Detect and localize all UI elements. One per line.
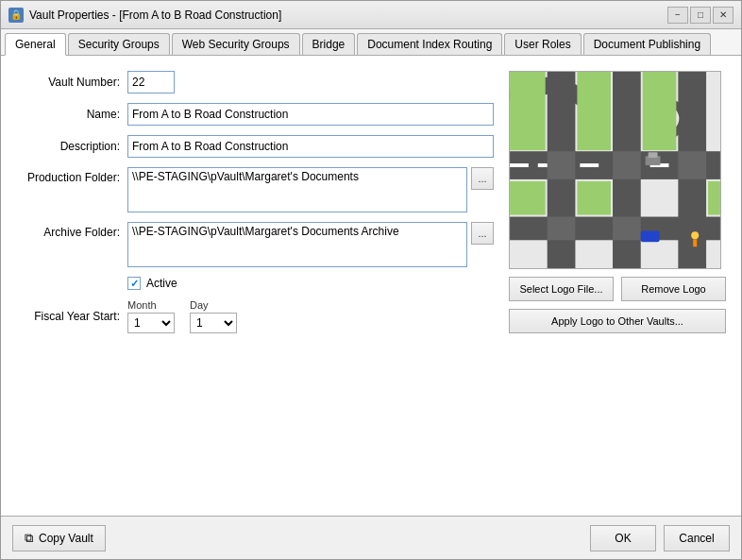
tab-general[interactable]: General (5, 33, 66, 56)
svg-rect-22 (643, 72, 677, 150)
left-panel: Vault Number: Name: Description: Product… (16, 71, 494, 501)
tab-web-security-groups[interactable]: Web Security Groups (172, 33, 300, 55)
svg-point-26 (691, 231, 699, 239)
app-icon: 🔒 (8, 8, 24, 23)
logo-preview (509, 71, 721, 269)
svg-rect-24 (577, 181, 611, 215)
svg-rect-29 (649, 152, 658, 158)
tab-bridge[interactable]: Bridge (302, 33, 356, 55)
fiscal-year-label: Fiscal Year Start: (16, 310, 120, 323)
vault-number-input[interactable] (127, 71, 175, 93)
vault-number-row: Vault Number: (16, 71, 494, 93)
copy-vault-button[interactable]: ⧉ Copy Vault (12, 525, 106, 552)
svg-rect-21 (577, 72, 611, 150)
production-folder-input[interactable]: \\PE-STAGING\pVault\Margaret's Documents (127, 167, 467, 212)
window-title: Vault Properties - [From A to B Road Con… (29, 8, 281, 22)
cancel-button[interactable]: Cancel (664, 525, 730, 552)
right-panel: Select Logo File... Remove Logo Apply Lo… (509, 71, 726, 501)
active-checkbox-wrap[interactable]: Active (127, 277, 177, 290)
svg-rect-13 (548, 151, 576, 179)
active-row: Active (127, 277, 494, 290)
tab-user-roles[interactable]: User Roles (504, 33, 581, 55)
svg-rect-16 (548, 217, 576, 241)
tab-document-publishing[interactable]: Document Publishing (583, 33, 711, 55)
minimize-button[interactable]: − (667, 7, 688, 24)
bottom-bar: ⧉ Copy Vault OK Cancel (1, 516, 741, 559)
maximize-button[interactable]: □ (690, 7, 711, 24)
active-label: Active (146, 277, 177, 290)
description-row: Description: (16, 135, 494, 158)
svg-rect-6 (510, 163, 529, 167)
production-folder-browse-button[interactable]: ... (471, 167, 494, 190)
archive-folder-label: Archive Folder: (16, 222, 120, 239)
day-sublabel: Day (190, 299, 237, 311)
main-window: 🔒 Vault Properties - [From A to B Road C… (0, 0, 742, 560)
fiscal-year-row: Fiscal Year Start: Month 1 2 3 4 5 6 7 8 (16, 299, 494, 333)
fiscal-selects: Month 1 2 3 4 5 6 7 8 9 10 11 (127, 299, 237, 333)
name-row: Name: (16, 103, 494, 126)
logo-buttons-row: Select Logo File... Remove Logo (509, 277, 726, 301)
title-bar-left: 🔒 Vault Properties - [From A to B Road C… (8, 8, 281, 23)
select-logo-file-button[interactable]: Select Logo File... (509, 277, 614, 301)
svg-rect-8 (580, 163, 599, 167)
content-area: Vault Number: Name: Description: Product… (1, 56, 741, 516)
svg-rect-17 (613, 217, 641, 241)
month-sublabel: Month (127, 299, 175, 311)
month-group: Month 1 2 3 4 5 6 7 8 9 10 11 (127, 299, 175, 333)
month-select[interactable]: 1 2 3 4 5 6 7 8 9 10 11 12 (127, 313, 175, 333)
svg-rect-23 (510, 181, 546, 215)
archive-folder-browse-button[interactable]: ... (471, 222, 494, 245)
archive-folder-input[interactable]: \\PE-STAGING\pVault\Margaret's Documents… (127, 222, 467, 267)
copy-icon: ⧉ (25, 531, 33, 546)
svg-rect-20 (510, 72, 546, 150)
svg-rect-15 (678, 151, 706, 179)
svg-rect-27 (693, 239, 697, 246)
svg-rect-25 (708, 181, 720, 215)
tabs-bar: General Security Groups Web Security Gro… (1, 29, 741, 56)
description-label: Description: (16, 140, 120, 153)
name-input[interactable] (127, 103, 494, 126)
ok-button[interactable]: OK (590, 525, 656, 552)
archive-folder-row: Archive Folder: \\PE-STAGING\pVault\Marg… (16, 222, 494, 267)
ok-cancel-group: OK Cancel (590, 525, 730, 552)
title-bar: 🔒 Vault Properties - [From A to B Road C… (1, 1, 741, 29)
description-input[interactable] (127, 135, 494, 158)
day-group: Day 1 2 3 4 5 (190, 299, 237, 333)
svg-rect-14 (613, 151, 641, 179)
apply-logo-button[interactable]: Apply Logo to Other Vaults... (509, 309, 726, 333)
svg-rect-19 (641, 230, 660, 242)
window-controls: − □ ✕ (667, 7, 734, 24)
day-select[interactable]: 1 2 3 4 5 (190, 313, 237, 333)
logo-image (510, 72, 720, 268)
close-button[interactable]: ✕ (713, 7, 734, 24)
tab-document-index-routing[interactable]: Document Index Routing (357, 33, 502, 55)
production-folder-wrap: \\PE-STAGING\pVault\Margaret's Documents… (127, 167, 494, 212)
production-folder-label: Production Folder: (16, 167, 120, 184)
production-folder-row: Production Folder: \\PE-STAGING\pVault\M… (16, 167, 494, 212)
active-checkbox[interactable] (127, 277, 141, 290)
vault-number-label: Vault Number: (16, 76, 120, 89)
copy-vault-label: Copy Vault (39, 532, 93, 545)
archive-folder-wrap: \\PE-STAGING\pVault\Margaret's Documents… (127, 222, 494, 267)
tab-security-groups[interactable]: Security Groups (68, 33, 170, 55)
remove-logo-button[interactable]: Remove Logo (621, 277, 726, 301)
name-label: Name: (16, 108, 120, 121)
